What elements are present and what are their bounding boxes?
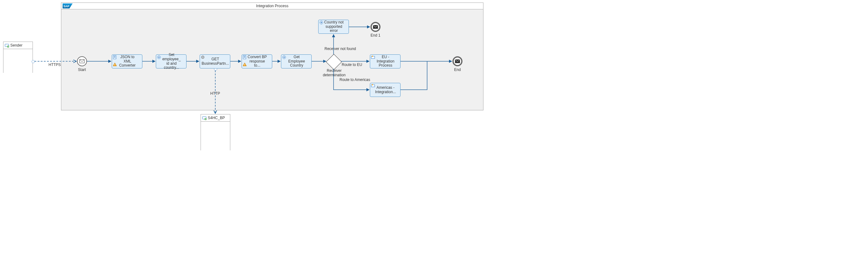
svg-rect-24	[371, 56, 375, 59]
svg-rect-5	[113, 56, 116, 59]
content-modifier-icon	[282, 55, 286, 60]
diagram-canvas: SAP Integration Process Sender Start	[0, 0, 487, 155]
svg-text:SAP: SAP	[64, 5, 69, 8]
sap-logo: SAP	[63, 3, 72, 10]
participant-icon	[5, 43, 9, 47]
task-americas-process[interactable]: Americas - Integration...	[370, 83, 401, 97]
s4hc-bp-title: S4HC_BP	[208, 114, 225, 121]
sender-port[interactable]	[32, 60, 35, 63]
content-modifier-icon	[157, 55, 161, 60]
end-label: End	[445, 68, 470, 72]
task-convert-bp[interactable]: Convert BP response to...	[242, 55, 272, 68]
task-json-to-xml-label: JSON to XML Converter	[117, 55, 138, 68]
process-call-icon	[371, 84, 375, 89]
task-set-employee-label: Set employee_ id and country...	[161, 53, 182, 70]
svg-point-31	[205, 118, 207, 120]
task-get-bp[interactable]: GET BusinessPartn...	[199, 55, 230, 68]
content-modifier-icon	[319, 21, 323, 26]
svg-rect-16	[244, 64, 245, 65]
edge-https-label: HTTPS	[49, 63, 61, 67]
svg-rect-20	[283, 57, 285, 57]
s4hc-bp-header: S4HC_BP	[201, 114, 230, 122]
task-json-to-xml[interactable]: JSON to XML Converter	[112, 55, 143, 68]
participant-icon	[202, 116, 207, 120]
edge-route-am-label: Route to Americas	[340, 77, 370, 82]
svg-point-13	[203, 57, 204, 58]
task-convert-bp-label: Convert BP response to...	[247, 55, 268, 68]
task-eu-process[interactable]: EU - Integration Process	[370, 55, 401, 68]
start-event[interactable]	[77, 56, 87, 66]
end1-label: End 1	[363, 33, 388, 37]
end-event[interactable]	[453, 56, 463, 66]
svg-point-3	[7, 46, 9, 47]
task-err-label: Country not supported error	[323, 20, 344, 33]
svg-rect-17	[244, 65, 245, 66]
start-label: Start	[69, 68, 94, 72]
svg-rect-7	[115, 64, 115, 65]
svg-rect-8	[115, 65, 115, 66]
edge-not-found-label: Receiver not found	[324, 46, 362, 51]
script-icon	[113, 55, 117, 60]
message-icon	[80, 59, 85, 63]
end1-event[interactable]	[370, 22, 380, 32]
warning-icon	[243, 63, 247, 68]
task-get-country[interactable]: Get Employee Country	[281, 55, 312, 68]
message-icon	[373, 25, 378, 29]
warning-icon	[113, 63, 117, 68]
sender-header: Sender	[3, 42, 33, 49]
task-get-bp-label: GET BusinessPartn...	[202, 57, 229, 66]
request-reply-icon	[201, 55, 205, 60]
task-set-employee[interactable]: Set employee_ id and country...	[156, 55, 186, 68]
sender-title: Sender	[10, 42, 23, 49]
sender-participant[interactable]: Sender	[3, 42, 33, 73]
script-icon	[243, 55, 247, 60]
svg-point-25	[372, 56, 373, 57]
pool-title: Integration Process	[256, 4, 288, 8]
svg-rect-14	[243, 56, 246, 59]
svg-point-27	[372, 84, 373, 85]
message-icon	[455, 59, 460, 63]
svg-rect-26	[371, 85, 375, 87]
edge-http-label: HTTP	[210, 91, 220, 96]
svg-rect-23	[320, 22, 322, 23]
task-am-label: Americas - Integration...	[375, 86, 396, 95]
task-eu-label: EU - Integration Process	[375, 55, 396, 68]
gateway-label: Receiver determination	[322, 68, 347, 77]
task-country-not-supported[interactable]: Country not supported error	[318, 20, 349, 34]
edge-route-eu-label: Route to EU	[342, 63, 362, 67]
task-get-country-label: Get Employee Country	[286, 55, 307, 68]
process-call-icon	[371, 55, 375, 60]
svg-rect-11	[158, 57, 160, 57]
s4hc-bp-participant[interactable]: S4HC_BP	[200, 114, 230, 150]
pool-header: SAP Integration Process	[61, 3, 483, 9]
